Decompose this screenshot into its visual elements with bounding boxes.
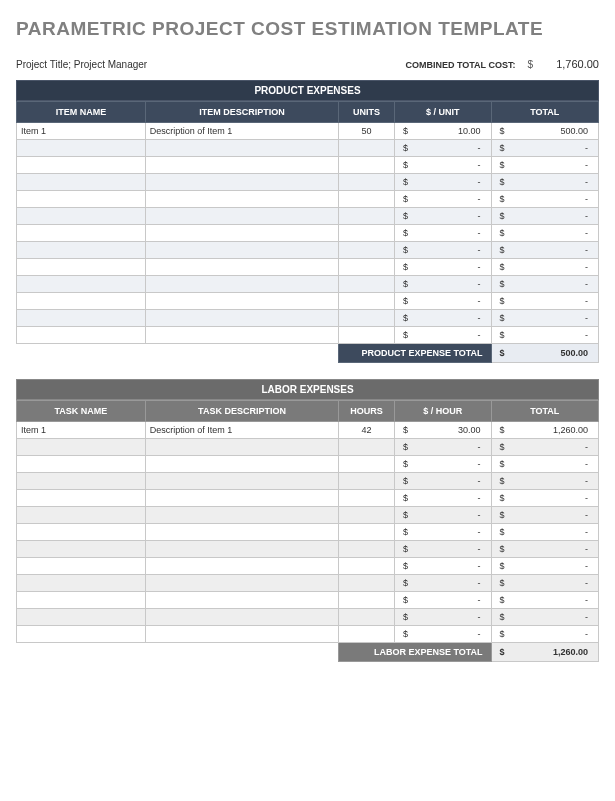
cell-rate[interactable]: $- — [394, 541, 491, 558]
cell-units[interactable] — [339, 524, 395, 541]
cell-units[interactable] — [339, 558, 395, 575]
cell-rate[interactable]: $- — [394, 259, 491, 276]
cell-rate[interactable]: $10.00 — [394, 123, 491, 140]
cell-rate[interactable]: $- — [394, 276, 491, 293]
cell-units[interactable] — [339, 140, 395, 157]
cell-name[interactable]: Item 1 — [17, 123, 146, 140]
cell-name[interactable] — [17, 575, 146, 592]
cell-rate[interactable]: $- — [394, 293, 491, 310]
cell-rate[interactable]: $- — [394, 626, 491, 643]
cell-desc[interactable] — [145, 490, 338, 507]
cell-name[interactable] — [17, 524, 146, 541]
cell-units[interactable] — [339, 276, 395, 293]
cell-name[interactable] — [17, 225, 146, 242]
cell-desc[interactable] — [145, 327, 338, 344]
cell-name[interactable] — [17, 327, 146, 344]
cell-desc[interactable] — [145, 575, 338, 592]
cell-name[interactable]: Item 1 — [17, 422, 146, 439]
cell-units[interactable] — [339, 473, 395, 490]
cell-name[interactable] — [17, 456, 146, 473]
cell-rate[interactable]: $- — [394, 157, 491, 174]
cell-desc[interactable] — [145, 259, 338, 276]
cell-name[interactable] — [17, 208, 146, 225]
cell-desc[interactable] — [145, 140, 338, 157]
cell-units[interactable] — [339, 507, 395, 524]
cell-rate[interactable]: $- — [394, 242, 491, 259]
cell-desc[interactable] — [145, 558, 338, 575]
cell-desc[interactable]: Description of Item 1 — [145, 422, 338, 439]
cell-desc[interactable] — [145, 276, 338, 293]
cell-rate[interactable]: $- — [394, 456, 491, 473]
cell-rate[interactable]: $- — [394, 327, 491, 344]
cell-units[interactable] — [339, 609, 395, 626]
cell-rate[interactable]: $- — [394, 558, 491, 575]
cell-desc[interactable] — [145, 225, 338, 242]
cell-name[interactable] — [17, 490, 146, 507]
cell-units[interactable]: 42 — [339, 422, 395, 439]
cell-units[interactable] — [339, 456, 395, 473]
cell-desc[interactable] — [145, 191, 338, 208]
cell-name[interactable] — [17, 626, 146, 643]
cell-name[interactable] — [17, 609, 146, 626]
cell-name[interactable] — [17, 507, 146, 524]
cell-name[interactable] — [17, 157, 146, 174]
cell-rate[interactable]: $- — [394, 473, 491, 490]
cell-name[interactable] — [17, 310, 146, 327]
cell-desc[interactable]: Description of Item 1 — [145, 123, 338, 140]
cell-desc[interactable] — [145, 524, 338, 541]
cell-units[interactable] — [339, 242, 395, 259]
cell-rate[interactable]: $- — [394, 609, 491, 626]
cell-name[interactable] — [17, 541, 146, 558]
cell-desc[interactable] — [145, 293, 338, 310]
cell-name[interactable] — [17, 242, 146, 259]
cell-rate[interactable]: $- — [394, 208, 491, 225]
cell-desc[interactable] — [145, 609, 338, 626]
cell-rate[interactable]: $- — [394, 524, 491, 541]
cell-rate[interactable]: $- — [394, 191, 491, 208]
cell-desc[interactable] — [145, 507, 338, 524]
cell-desc[interactable] — [145, 208, 338, 225]
cell-units[interactable] — [339, 439, 395, 456]
cell-units[interactable] — [339, 575, 395, 592]
cell-units[interactable] — [339, 174, 395, 191]
cell-rate[interactable]: $- — [394, 225, 491, 242]
cell-units[interactable] — [339, 293, 395, 310]
cell-name[interactable] — [17, 558, 146, 575]
cell-rate[interactable]: $- — [394, 140, 491, 157]
cell-rate[interactable]: $- — [394, 592, 491, 609]
cell-name[interactable] — [17, 259, 146, 276]
cell-units[interactable] — [339, 157, 395, 174]
cell-name[interactable] — [17, 473, 146, 490]
cell-desc[interactable] — [145, 541, 338, 558]
cell-name[interactable] — [17, 439, 146, 456]
cell-desc[interactable] — [145, 473, 338, 490]
cell-units[interactable] — [339, 310, 395, 327]
cell-desc[interactable] — [145, 310, 338, 327]
cell-desc[interactable] — [145, 626, 338, 643]
cell-desc[interactable] — [145, 174, 338, 191]
cell-rate[interactable]: $- — [394, 490, 491, 507]
cell-units[interactable] — [339, 592, 395, 609]
cell-units[interactable] — [339, 259, 395, 276]
cell-desc[interactable] — [145, 157, 338, 174]
cell-rate[interactable]: $- — [394, 439, 491, 456]
cell-name[interactable] — [17, 140, 146, 157]
cell-name[interactable] — [17, 174, 146, 191]
cell-name[interactable] — [17, 191, 146, 208]
cell-name[interactable] — [17, 592, 146, 609]
cell-units[interactable] — [339, 626, 395, 643]
cell-units[interactable] — [339, 191, 395, 208]
cell-rate[interactable]: $- — [394, 310, 491, 327]
cell-name[interactable] — [17, 293, 146, 310]
cell-units[interactable] — [339, 327, 395, 344]
cell-rate[interactable]: $- — [394, 174, 491, 191]
cell-units[interactable] — [339, 490, 395, 507]
cell-rate[interactable]: $- — [394, 507, 491, 524]
cell-desc[interactable] — [145, 242, 338, 259]
cell-units[interactable]: 50 — [339, 123, 395, 140]
cell-rate[interactable]: $- — [394, 575, 491, 592]
cell-desc[interactable] — [145, 592, 338, 609]
cell-name[interactable] — [17, 276, 146, 293]
cell-desc[interactable] — [145, 456, 338, 473]
cell-units[interactable] — [339, 541, 395, 558]
